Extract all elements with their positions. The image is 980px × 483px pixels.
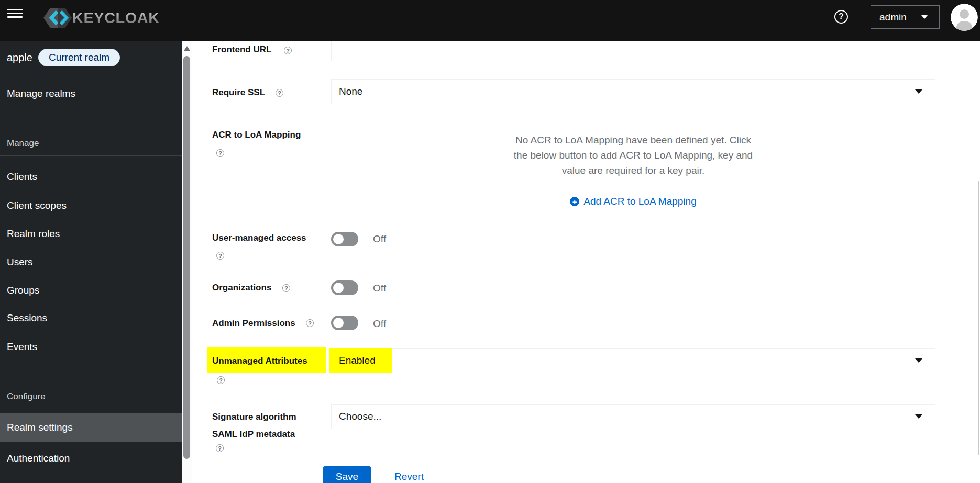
admin-permissions-label: Admin Permissions [212,318,295,329]
sidebar-item-realm-settings[interactable]: Realm settings [0,413,182,442]
scrollbar-track [182,41,192,483]
unmanaged-attributes-label: Unmanaged Attributes [212,356,307,366]
sidebar-item-manage-realms[interactable]: Manage realms [0,80,182,108]
frontend-url-input[interactable] [331,41,935,61]
realm-name: apple [7,52,32,64]
chevron-down-icon [915,358,922,363]
sidebar-item-identity-providers[interactable]: Identity providers [0,473,182,483]
organizations-label: Organizations [212,283,271,293]
sidebar-item-client-scopes[interactable]: Client scopes [0,192,182,220]
acr-empty-text-line2: the below button to add ACR to LoA Mappi… [331,150,935,161]
signature-algorithm-value: Choose... [339,411,381,422]
sidebar-item-realm-roles[interactable]: Realm roles [0,220,182,248]
sidebar-item-sessions[interactable]: Sessions [0,304,182,332]
plus-circle-icon: + [570,197,579,206]
brand-text: KEYCLOAK [72,9,160,27]
sidebar-item-events[interactable]: Events [0,333,182,361]
form-actions-footer: Save Revert [192,452,980,483]
realm-settings-form: Frontend URL ? Require SSL ? None ACR to… [192,41,980,483]
acr-loa-label: ACR to LoA Mapping [212,130,301,140]
masthead: KEYCLOAK ? admin [0,0,980,41]
frontend-url-help-icon[interactable]: ? [284,47,292,54]
divider [0,155,182,156]
help-icon[interactable]: ? [834,10,848,24]
sidebar-item-authentication[interactable]: Authentication [0,444,182,473]
sidebar-group-configure: Configure [0,389,182,405]
require-ssl-help-icon[interactable]: ? [276,89,283,97]
unmanaged-attributes-value: Enabled [339,355,376,366]
frontend-url-label: Frontend URL [212,44,271,55]
keycloak-admin-console: KEYCLOAK ? admin apple Current realm Man… [0,0,980,483]
require-ssl-label: Require SSL [212,87,265,98]
signature-algorithm-help-icon[interactable]: ? [216,444,224,452]
organizations-state: Off [373,283,386,294]
current-realm-row: apple Current realm [0,48,182,67]
sidebar-nav: apple Current realm Manage realms Manage… [0,41,182,483]
sidebar-group-manage: Manage [0,136,182,151]
acr-empty-text-line3: value are required for a key pair. [331,165,935,176]
sidebar-item-users[interactable]: Users [0,248,182,276]
signature-algorithm-label-line2: SAML IdP metadata [212,429,295,440]
sidebar-item-groups[interactable]: Groups [0,276,182,305]
revert-link[interactable]: Revert [394,471,424,482]
chevron-down-icon [921,15,928,19]
require-ssl-select[interactable]: None [331,79,935,104]
acr-empty-text-line1: No ACR to LoA Mapping have been defined … [331,134,935,146]
keycloak-logo: KEYCLOAK [43,7,160,28]
acr-loa-help-icon[interactable]: ? [216,149,224,157]
unmanaged-attributes-select[interactable]: Enabled [331,348,935,373]
chevron-down-icon [915,89,922,94]
user-managed-access-label: User-managed access [212,233,306,243]
user-managed-access-help-icon[interactable]: ? [216,252,224,260]
add-acr-loa-mapping-button[interactable]: + Add ACR to LoA Mapping [331,196,935,207]
user-managed-access-state: Off [373,233,386,245]
admin-permissions-toggle[interactable] [331,316,358,330]
organizations-help-icon[interactable]: ? [282,284,290,292]
add-acr-loa-mapping-label: Add ACR to LoA Mapping [583,196,696,207]
signature-algorithm-select[interactable]: Choose... [331,404,935,429]
avatar[interactable] [951,4,978,31]
scrollbar-up-arrow[interactable] [184,46,190,51]
signature-algorithm-label-line1: Signature algorithm [212,412,296,422]
user-menu-dropdown[interactable]: admin [871,5,940,29]
admin-permissions-state: Off [373,318,386,330]
unmanaged-attributes-help-icon[interactable]: ? [217,376,225,384]
require-ssl-value: None [339,86,362,97]
user-managed-access-toggle[interactable] [331,232,358,246]
keycloak-hexagon-icon [43,7,72,28]
current-realm-badge[interactable]: Current realm [38,49,120,66]
username-label: admin [879,12,907,23]
page-scrollbar-thumb[interactable] [978,181,979,455]
nav-toggle-hamburger-icon[interactable] [7,9,23,20]
divider [0,407,182,407]
organizations-toggle[interactable] [331,280,358,295]
admin-permissions-help-icon[interactable]: ? [306,319,314,327]
chevron-down-icon [915,414,922,419]
divider [0,73,182,73]
scrollbar-thumb[interactable] [183,56,190,459]
sidebar-item-clients[interactable]: Clients [0,163,182,191]
save-button[interactable]: Save [323,466,371,483]
